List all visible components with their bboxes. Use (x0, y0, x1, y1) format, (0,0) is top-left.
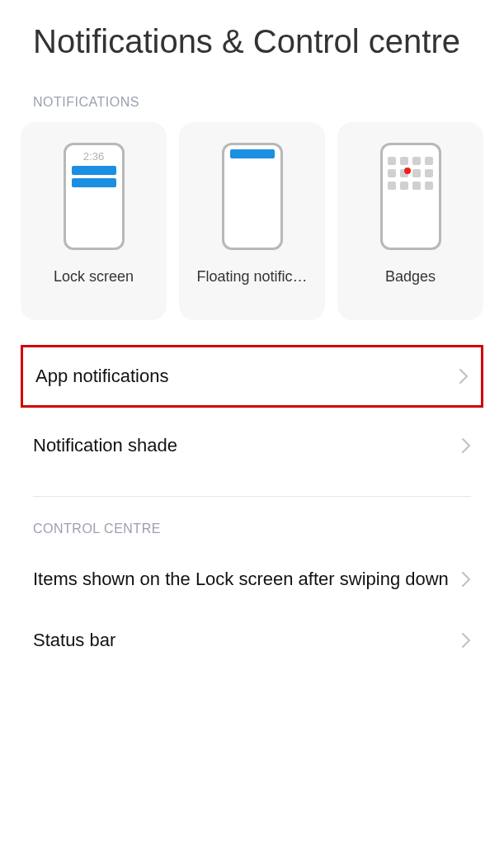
mockup-notification-bar (72, 166, 116, 175)
highlight-annotation: App notifications (21, 345, 483, 408)
mockup-floating-bar (230, 149, 275, 158)
row-label: Items shown on the Lock screen after swi… (33, 567, 461, 592)
chevron-right-icon (461, 437, 471, 454)
chevron-right-icon (461, 571, 471, 588)
row-label: Notification shade (33, 433, 190, 458)
lock-screen-mockup-icon: 2:36 (64, 143, 125, 250)
mockup-time: 2:36 (66, 150, 122, 163)
page-title: Notifications & Control centre (0, 0, 504, 78)
section-header-control-centre: CONTROL CENTRE (0, 505, 504, 549)
floating-mockup-icon (222, 143, 283, 250)
notification-cards-row: 2:36 Lock screen Floating notific… Badge… (0, 122, 504, 320)
row-label: App notifications (35, 364, 181, 389)
badge-dot-icon (404, 168, 411, 174)
row-label: Status bar (33, 628, 128, 653)
settings-page: Notifications & Control centre NOTIFICAT… (0, 0, 504, 671)
badges-mockup-icon (380, 143, 441, 250)
badge-grid (383, 145, 439, 190)
row-notification-shade[interactable]: Notification shade (0, 410, 504, 476)
row-status-bar[interactable]: Status bar (0, 610, 504, 671)
chevron-right-icon (461, 632, 471, 649)
section-header-notifications: NOTIFICATIONS (0, 78, 504, 122)
card-label: Lock screen (54, 268, 134, 286)
card-badges[interactable]: Badges (337, 122, 483, 320)
card-floating-notifications[interactable]: Floating notific… (179, 122, 325, 320)
row-app-notifications[interactable]: App notifications (23, 347, 481, 405)
mockup-notification-bar (72, 178, 116, 187)
card-label: Floating notific… (196, 268, 307, 286)
section-divider (33, 496, 471, 497)
row-items-lock-screen[interactable]: Items shown on the Lock screen after swi… (0, 549, 504, 610)
card-label: Badges (385, 268, 436, 286)
chevron-right-icon (459, 368, 469, 385)
card-lock-screen[interactable]: 2:36 Lock screen (21, 122, 167, 320)
